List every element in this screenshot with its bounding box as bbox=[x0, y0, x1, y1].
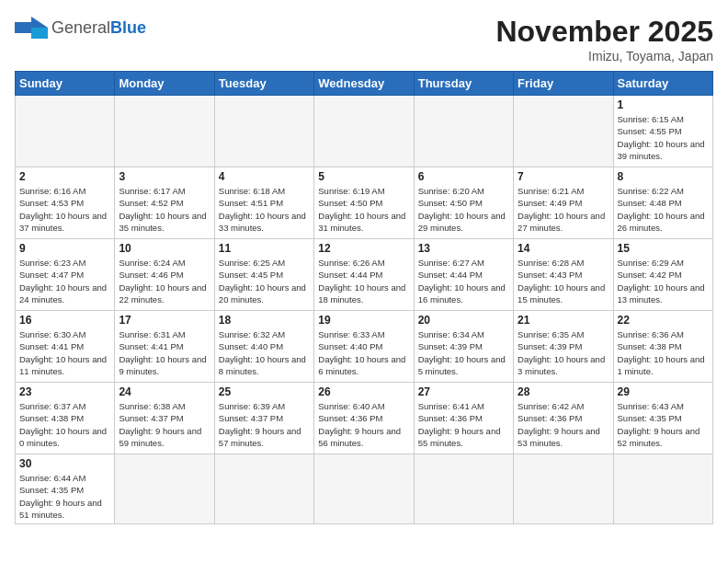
day-info: Sunrise: 6:30 AM Sunset: 4:41 PM Dayligh… bbox=[19, 328, 110, 377]
page: GeneralBlue November 2025 Imizu, Toyama,… bbox=[0, 0, 728, 532]
day-number: 5 bbox=[318, 170, 409, 183]
calendar-cell: 29Sunrise: 6:43 AM Sunset: 4:35 PM Dayli… bbox=[613, 383, 712, 454]
day-info: Sunrise: 6:36 AM Sunset: 4:38 PM Dayligh… bbox=[618, 328, 709, 377]
calendar-cell: 25Sunrise: 6:39 AM Sunset: 4:37 PM Dayli… bbox=[214, 383, 313, 454]
day-info: Sunrise: 6:38 AM Sunset: 4:37 PM Dayligh… bbox=[119, 400, 210, 449]
day-number: 10 bbox=[119, 242, 210, 255]
calendar-cell: 15Sunrise: 6:29 AM Sunset: 4:42 PM Dayli… bbox=[613, 239, 712, 311]
day-number: 12 bbox=[318, 242, 409, 255]
day-number: 7 bbox=[518, 170, 609, 183]
calendar-cell bbox=[16, 96, 115, 167]
calendar-cell: 16Sunrise: 6:30 AM Sunset: 4:41 PM Dayli… bbox=[16, 311, 115, 383]
calendar-cell bbox=[414, 454, 513, 524]
calendar-cell: 20Sunrise: 6:34 AM Sunset: 4:39 PM Dayli… bbox=[414, 311, 513, 383]
calendar-cell: 17Sunrise: 6:31 AM Sunset: 4:41 PM Dayli… bbox=[115, 311, 214, 383]
logo-text: GeneralBlue bbox=[51, 18, 146, 38]
day-number: 17 bbox=[119, 314, 210, 327]
day-info: Sunrise: 6:21 AM Sunset: 4:49 PM Dayligh… bbox=[518, 185, 609, 234]
calendar-cell: 28Sunrise: 6:42 AM Sunset: 4:36 PM Dayli… bbox=[514, 383, 613, 454]
calendar-table: Sunday Monday Tuesday Wednesday Thursday… bbox=[15, 71, 713, 524]
day-info: Sunrise: 6:20 AM Sunset: 4:50 PM Dayligh… bbox=[418, 185, 509, 234]
calendar-cell bbox=[314, 454, 414, 524]
day-info: Sunrise: 6:18 AM Sunset: 4:51 PM Dayligh… bbox=[219, 185, 310, 234]
month-title: November 2025 bbox=[495, 15, 713, 49]
calendar-cell: 19Sunrise: 6:33 AM Sunset: 4:40 PM Dayli… bbox=[314, 311, 414, 383]
day-number: 20 bbox=[418, 314, 509, 327]
svg-marker-2 bbox=[31, 28, 48, 39]
svg-rect-0 bbox=[15, 22, 31, 33]
day-info: Sunrise: 6:31 AM Sunset: 4:41 PM Dayligh… bbox=[119, 328, 210, 377]
day-number: 21 bbox=[518, 314, 609, 327]
day-number: 15 bbox=[618, 242, 709, 255]
day-number: 19 bbox=[318, 314, 409, 327]
day-info: Sunrise: 6:26 AM Sunset: 4:44 PM Dayligh… bbox=[318, 257, 409, 305]
day-number: 4 bbox=[219, 170, 310, 183]
day-info: Sunrise: 6:28 AM Sunset: 4:43 PM Dayligh… bbox=[518, 257, 609, 305]
day-number: 29 bbox=[618, 385, 709, 398]
calendar-cell: 14Sunrise: 6:28 AM Sunset: 4:43 PM Dayli… bbox=[514, 239, 613, 311]
day-number: 11 bbox=[219, 242, 310, 255]
day-number: 9 bbox=[19, 242, 110, 255]
col-wednesday: Wednesday bbox=[314, 72, 414, 96]
calendar-cell: 1Sunrise: 6:15 AM Sunset: 4:55 PM Daylig… bbox=[613, 96, 712, 167]
calendar-cell bbox=[314, 96, 414, 167]
calendar-cell bbox=[115, 96, 214, 167]
day-info: Sunrise: 6:22 AM Sunset: 4:48 PM Dayligh… bbox=[618, 185, 709, 234]
calendar-cell: 30Sunrise: 6:44 AM Sunset: 4:35 PM Dayli… bbox=[16, 454, 115, 524]
day-number: 24 bbox=[119, 385, 210, 398]
day-info: Sunrise: 6:39 AM Sunset: 4:37 PM Dayligh… bbox=[219, 400, 310, 449]
col-saturday: Saturday bbox=[613, 72, 712, 96]
day-info: Sunrise: 6:19 AM Sunset: 4:50 PM Dayligh… bbox=[318, 185, 409, 234]
day-info: Sunrise: 6:37 AM Sunset: 4:38 PM Dayligh… bbox=[19, 400, 110, 449]
calendar-cell bbox=[514, 454, 613, 524]
calendar-cell: 5Sunrise: 6:19 AM Sunset: 4:50 PM Daylig… bbox=[314, 167, 414, 239]
day-info: Sunrise: 6:23 AM Sunset: 4:47 PM Dayligh… bbox=[19, 257, 110, 305]
day-info: Sunrise: 6:33 AM Sunset: 4:40 PM Dayligh… bbox=[318, 328, 409, 377]
day-info: Sunrise: 6:24 AM Sunset: 4:46 PM Dayligh… bbox=[119, 257, 210, 305]
day-number: 2 bbox=[19, 170, 110, 183]
calendar-cell: 24Sunrise: 6:38 AM Sunset: 4:37 PM Dayli… bbox=[115, 383, 214, 454]
calendar-cell: 11Sunrise: 6:25 AM Sunset: 4:45 PM Dayli… bbox=[214, 239, 313, 311]
col-sunday: Sunday bbox=[16, 72, 115, 96]
day-info: Sunrise: 6:32 AM Sunset: 4:40 PM Dayligh… bbox=[219, 328, 310, 377]
day-info: Sunrise: 6:17 AM Sunset: 4:52 PM Dayligh… bbox=[119, 185, 210, 234]
day-info: Sunrise: 6:41 AM Sunset: 4:36 PM Dayligh… bbox=[418, 400, 509, 449]
logo-icon bbox=[15, 15, 48, 40]
day-info: Sunrise: 6:25 AM Sunset: 4:45 PM Dayligh… bbox=[219, 257, 310, 305]
logo: GeneralBlue bbox=[15, 15, 146, 40]
calendar-cell bbox=[214, 96, 313, 167]
header: GeneralBlue November 2025 Imizu, Toyama,… bbox=[15, 15, 713, 63]
day-info: Sunrise: 6:43 AM Sunset: 4:35 PM Dayligh… bbox=[618, 400, 709, 449]
day-number: 23 bbox=[19, 385, 110, 398]
calendar-cell: 9Sunrise: 6:23 AM Sunset: 4:47 PM Daylig… bbox=[16, 239, 115, 311]
title-section: November 2025 Imizu, Toyama, Japan bbox=[495, 15, 713, 63]
day-info: Sunrise: 6:34 AM Sunset: 4:39 PM Dayligh… bbox=[418, 328, 509, 377]
col-monday: Monday bbox=[115, 72, 214, 96]
calendar-cell: 6Sunrise: 6:20 AM Sunset: 4:50 PM Daylig… bbox=[414, 167, 513, 239]
calendar-cell: 26Sunrise: 6:40 AM Sunset: 4:36 PM Dayli… bbox=[314, 383, 414, 454]
day-info: Sunrise: 6:16 AM Sunset: 4:53 PM Dayligh… bbox=[19, 185, 110, 234]
day-number: 22 bbox=[618, 314, 709, 327]
day-number: 16 bbox=[19, 314, 110, 327]
day-info: Sunrise: 6:27 AM Sunset: 4:44 PM Dayligh… bbox=[418, 257, 509, 305]
calendar-cell: 8Sunrise: 6:22 AM Sunset: 4:48 PM Daylig… bbox=[613, 167, 712, 239]
day-number: 6 bbox=[418, 170, 509, 183]
day-number: 30 bbox=[19, 457, 110, 470]
calendar-cell: 27Sunrise: 6:41 AM Sunset: 4:36 PM Dayli… bbox=[414, 383, 513, 454]
day-number: 25 bbox=[219, 385, 310, 398]
calendar-cell bbox=[414, 96, 513, 167]
day-number: 27 bbox=[418, 385, 509, 398]
day-number: 14 bbox=[518, 242, 609, 255]
day-number: 1 bbox=[618, 98, 709, 111]
col-friday: Friday bbox=[514, 72, 613, 96]
calendar-cell: 3Sunrise: 6:17 AM Sunset: 4:52 PM Daylig… bbox=[115, 167, 214, 239]
day-info: Sunrise: 6:44 AM Sunset: 4:35 PM Dayligh… bbox=[19, 472, 110, 521]
calendar-cell: 21Sunrise: 6:35 AM Sunset: 4:39 PM Dayli… bbox=[514, 311, 613, 383]
day-number: 3 bbox=[119, 170, 210, 183]
calendar-cell bbox=[115, 454, 214, 524]
calendar-cell bbox=[613, 454, 712, 524]
day-info: Sunrise: 6:35 AM Sunset: 4:39 PM Dayligh… bbox=[518, 328, 609, 377]
calendar-cell: 10Sunrise: 6:24 AM Sunset: 4:46 PM Dayli… bbox=[115, 239, 214, 311]
day-info: Sunrise: 6:42 AM Sunset: 4:36 PM Dayligh… bbox=[518, 400, 609, 449]
calendar-cell bbox=[514, 96, 613, 167]
